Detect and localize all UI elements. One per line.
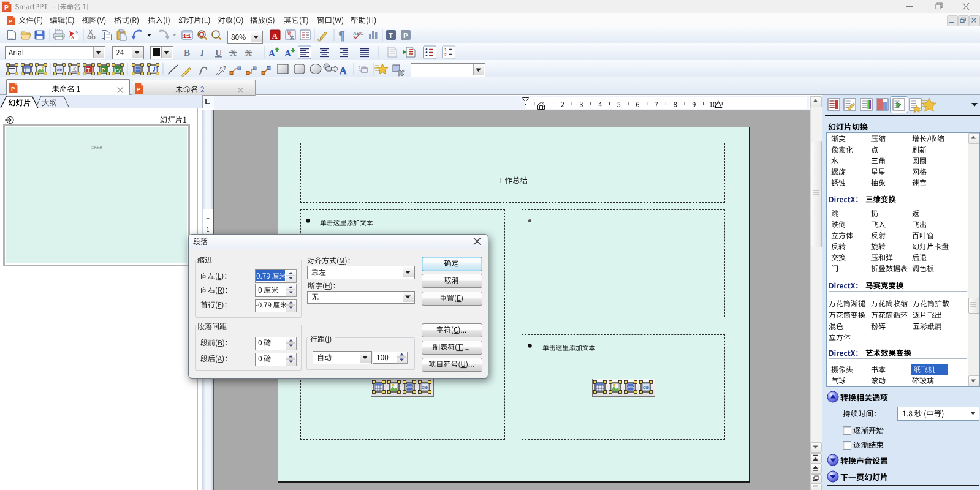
svg-text:1: 1	[444, 48, 447, 52]
svg-text:¶: ¶	[338, 29, 345, 42]
svg-text:ole: ole	[57, 67, 63, 72]
svg-text:P: P	[137, 86, 141, 92]
svg-text:2: 2	[444, 53, 447, 57]
svg-text:T: T	[389, 32, 393, 39]
svg-text:A: A	[340, 66, 347, 76]
svg-text:A: A	[284, 48, 291, 58]
svg-text:P: P	[102, 67, 105, 73]
svg-text:P: P	[403, 32, 408, 39]
svg-text:P: P	[11, 85, 15, 92]
svg-text:A: A	[71, 35, 74, 40]
svg-text:B: B	[184, 48, 190, 58]
svg-text:A: A	[268, 48, 275, 58]
svg-text:ole: ole	[422, 385, 428, 390]
svg-text:A: A	[272, 32, 278, 40]
svg-text:P: P	[9, 18, 12, 24]
svg-text:ole: ole	[643, 385, 649, 390]
svg-text:P?: P?	[115, 67, 121, 73]
svg-text:1:1: 1:1	[183, 33, 191, 39]
svg-text:P: P	[4, 4, 9, 11]
svg-text:I: I	[200, 48, 205, 58]
svg-text:U: U	[215, 48, 222, 58]
svg-text:T: T	[87, 67, 91, 73]
